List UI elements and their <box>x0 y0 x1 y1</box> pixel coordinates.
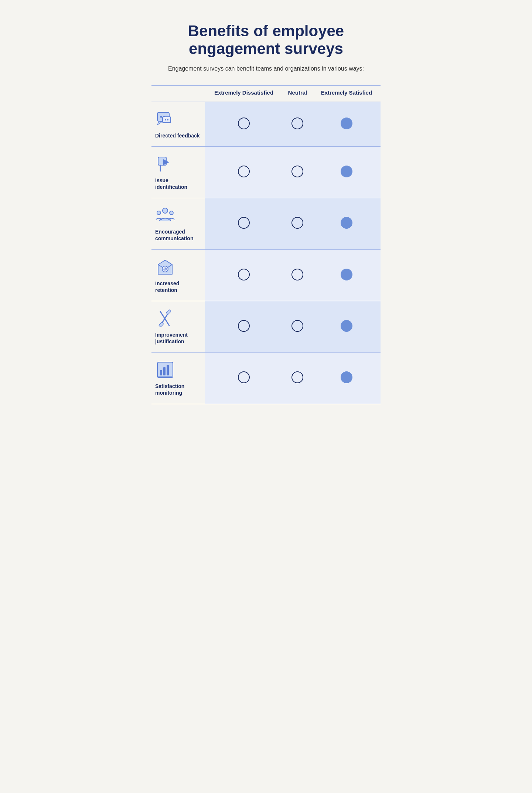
row-content-satisfaction-monitoring: Satisfaction monitoring <box>155 360 201 396</box>
svg-rect-20 <box>160 370 162 375</box>
svg-rect-17 <box>166 310 171 314</box>
radio-circle[interactable] <box>291 320 303 332</box>
chart-icon <box>155 360 175 380</box>
radio-circle[interactable] <box>238 269 250 280</box>
svg-rect-22 <box>167 365 169 375</box>
row-text-encouraged-communication: Encouraged communication <box>155 228 201 242</box>
page-title: Benefits of employee engagement surveys <box>151 22 381 58</box>
col-header-satisfied: Extremely Satisfied <box>313 85 381 102</box>
radio-circle[interactable] <box>238 166 250 177</box>
radio-circle[interactable] <box>291 118 303 129</box>
radio-circle[interactable] <box>238 118 250 129</box>
table-row: Encouraged communication <box>151 198 381 249</box>
people-icon <box>155 205 175 225</box>
radio-circle[interactable] <box>341 371 352 383</box>
col-header-dissatisfied: Extremely Dissatisfied <box>205 85 283 102</box>
survey-table: Extremely Dissatisfied Neutral Extremely… <box>151 85 381 404</box>
row-label-satisfaction-monitoring: Satisfaction monitoring <box>151 353 205 404</box>
radio-dissatisfied-improvement-justification[interactable] <box>205 301 283 352</box>
svg-point-11 <box>157 211 161 215</box>
row-text-improvement-justification: Improvement justification <box>155 331 201 345</box>
radio-circle[interactable] <box>341 320 352 332</box>
svg-point-5 <box>165 119 166 120</box>
radio-circle[interactable] <box>341 166 352 177</box>
radio-neutral-improvement-justification[interactable] <box>283 301 313 352</box>
radio-circle[interactable] <box>341 118 352 129</box>
radio-neutral-satisfaction-monitoring[interactable] <box>283 353 313 404</box>
radio-neutral-encouraged-communication[interactable] <box>283 198 313 249</box>
radio-neutral-increased-retention[interactable] <box>283 249 313 301</box>
row-label-improvement-justification: Improvement justification <box>151 301 205 352</box>
radio-neutral-directed-feedback[interactable] <box>283 102 313 146</box>
radio-dissatisfied-issue-identification[interactable] <box>205 146 283 198</box>
email-icon: @ <box>155 257 175 277</box>
radio-dissatisfied-increased-retention[interactable] <box>205 249 283 301</box>
row-content-issue-identification: Issue identification <box>155 154 201 190</box>
row-text-increased-retention: Increased retention <box>155 280 201 293</box>
radio-circle[interactable] <box>291 371 303 383</box>
col-header-neutral: Neutral <box>283 85 313 102</box>
radio-satisfied-directed-feedback[interactable] <box>313 102 381 146</box>
table-row: @ Increased retention <box>151 249 381 301</box>
row-content-improvement-justification: Improvement justification <box>155 309 201 345</box>
radio-neutral-issue-identification[interactable] <box>283 146 313 198</box>
radio-circle[interactable] <box>291 166 303 177</box>
svg-point-10 <box>163 208 168 213</box>
row-text-issue-identification: Issue identification <box>155 177 201 190</box>
table-row: Issue identification <box>151 146 381 198</box>
svg-marker-3 <box>157 121 162 125</box>
row-label-encouraged-communication: Encouraged communication <box>151 198 205 249</box>
svg-text:@: @ <box>163 267 167 271</box>
row-content-increased-retention: @ Increased retention <box>155 257 201 293</box>
radio-dissatisfied-directed-feedback[interactable] <box>205 102 283 146</box>
row-content-directed-feedback: Directed feedback <box>155 109 201 139</box>
tools-icon <box>155 309 175 329</box>
chat-icon <box>155 109 175 129</box>
row-text-satisfaction-monitoring: Satisfaction monitoring <box>155 383 201 396</box>
radio-circle[interactable] <box>291 217 303 229</box>
table-row: Improvement justification <box>151 301 381 352</box>
radio-satisfied-improvement-justification[interactable] <box>313 301 381 352</box>
col-header-label <box>151 85 205 102</box>
radio-circle[interactable] <box>238 320 250 332</box>
svg-rect-21 <box>163 367 166 375</box>
svg-point-1 <box>160 116 162 118</box>
row-text-directed-feedback: Directed feedback <box>155 132 200 139</box>
radio-circle[interactable] <box>341 269 352 280</box>
svg-point-12 <box>170 211 173 215</box>
row-label-increased-retention: @ Increased retention <box>151 249 205 301</box>
radio-satisfied-increased-retention[interactable] <box>313 249 381 301</box>
main-container: Benefits of employee engagement surveys … <box>151 15 381 404</box>
flag-icon <box>155 154 175 174</box>
radio-satisfied-encouraged-communication[interactable] <box>313 198 381 249</box>
table-row: Satisfaction monitoring <box>151 353 381 404</box>
radio-dissatisfied-satisfaction-monitoring[interactable] <box>205 353 283 404</box>
radio-circle[interactable] <box>341 217 352 229</box>
svg-rect-18 <box>159 322 164 327</box>
row-content-encouraged-communication: Encouraged communication <box>155 205 201 242</box>
radio-circle[interactable] <box>238 371 250 383</box>
radio-satisfied-issue-identification[interactable] <box>313 146 381 198</box>
radio-circle[interactable] <box>238 217 250 229</box>
page-subtitle: Engagement surveys can benefit teams and… <box>151 65 381 72</box>
table-row: Directed feedback <box>151 102 381 146</box>
svg-point-6 <box>167 119 168 120</box>
radio-satisfied-satisfaction-monitoring[interactable] <box>313 353 381 404</box>
radio-dissatisfied-encouraged-communication[interactable] <box>205 198 283 249</box>
row-label-directed-feedback: Directed feedback <box>151 102 205 146</box>
row-label-issue-identification: Issue identification <box>151 146 205 198</box>
radio-circle[interactable] <box>291 269 303 280</box>
svg-rect-4 <box>163 117 171 123</box>
